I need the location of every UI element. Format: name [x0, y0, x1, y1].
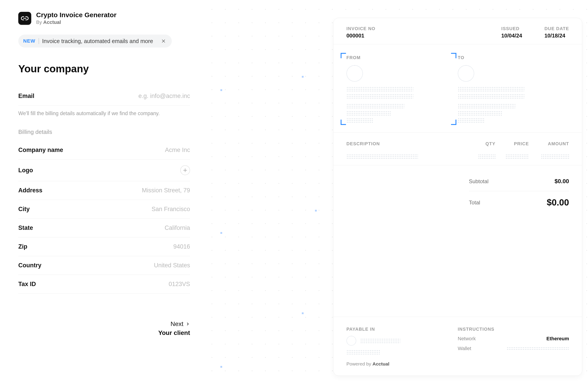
billing-heading: Billing details — [18, 128, 190, 141]
taxid-label: Tax ID — [18, 281, 36, 288]
invoice-preview-card: INVOICE NO 000001 ISSUED 10/04/24 DUE DA… — [333, 18, 582, 376]
next-subtitle: Your client — [18, 329, 190, 337]
to-logo-placeholder — [458, 65, 474, 82]
issued-label: ISSUED — [501, 26, 522, 31]
from-label: FROM — [346, 55, 458, 60]
country-field[interactable] — [87, 262, 190, 269]
add-logo-button[interactable] — [180, 165, 190, 175]
promo-new-badge: NEW — [23, 38, 36, 44]
network-label: Network — [458, 336, 476, 342]
logo-label: Logo — [18, 167, 33, 174]
col-price: PRICE — [495, 141, 529, 146]
app-logo-icon — [18, 12, 31, 25]
due-date-label: DUE DATE — [545, 26, 569, 31]
placeholder-line — [506, 347, 569, 350]
placeholder-line — [458, 104, 516, 108]
total-value: $0.00 — [547, 197, 569, 208]
invoice-no-value: 000001 — [346, 33, 479, 39]
state-field[interactable] — [87, 224, 190, 231]
issued-value: 10/04/24 — [501, 33, 522, 39]
total-label: Total — [469, 199, 480, 206]
next-button[interactable]: Next — [170, 320, 190, 328]
from-logo-placeholder — [346, 65, 363, 82]
placeholder-line — [346, 350, 380, 355]
zip-label: Zip — [18, 243, 27, 250]
email-helper-text: We'll fill the billing details automatic… — [18, 106, 190, 128]
company-name-label: Company name — [18, 147, 63, 153]
focus-bracket-icon — [451, 120, 456, 125]
address-field[interactable] — [87, 187, 190, 194]
city-field[interactable] — [87, 206, 190, 213]
payable-in-label: PAYABLE IN — [346, 327, 458, 332]
chevron-right-icon — [186, 322, 190, 326]
email-field[interactable] — [87, 93, 190, 100]
address-label: Address — [18, 187, 42, 194]
to-label: TO — [458, 55, 569, 60]
placeholder-line — [458, 86, 525, 91]
placeholder-line — [541, 154, 569, 159]
placeholder-line — [458, 94, 525, 99]
placeholder-line — [346, 154, 419, 159]
placeholder-line — [346, 94, 413, 99]
subtotal-value: $0.00 — [555, 178, 569, 185]
token-icon-placeholder — [346, 336, 356, 346]
invoice-no-label: INVOICE NO — [346, 26, 479, 31]
focus-bracket-icon — [341, 120, 346, 125]
placeholder-line — [458, 111, 502, 116]
placeholder-line — [346, 111, 391, 116]
section-heading: Your company — [18, 63, 190, 75]
city-label: City — [18, 206, 30, 213]
col-amount: AMOUNT — [529, 141, 569, 146]
app-byline: By Acctual — [36, 20, 116, 25]
app-title: Crypto Invoice Generator — [36, 11, 116, 19]
instructions-label: INSTRUCTIONS — [458, 327, 569, 332]
placeholder-line — [346, 118, 373, 123]
placeholder-line — [346, 104, 404, 108]
state-label: State — [18, 224, 33, 231]
company-name-field[interactable] — [87, 147, 190, 153]
col-description: DESCRIPTION — [346, 141, 466, 146]
promo-banner[interactable]: NEW Invoice tracking, automated emails a… — [18, 35, 172, 47]
focus-bracket-icon — [341, 53, 346, 58]
app-header: Crypto Invoice Generator By Acctual — [18, 11, 190, 25]
divider — [39, 38, 39, 44]
close-icon[interactable] — [160, 38, 167, 44]
email-label: Email — [18, 93, 34, 100]
placeholder-line — [346, 86, 413, 91]
focus-bracket-icon — [451, 53, 456, 58]
country-label: Country — [18, 262, 42, 269]
placeholder-line — [458, 118, 484, 123]
placeholder-line — [505, 154, 529, 159]
placeholder-line — [360, 338, 400, 343]
next-label: Next — [170, 320, 183, 328]
taxid-field[interactable] — [87, 281, 190, 288]
network-value: Ethereum — [546, 336, 569, 342]
promo-text: Invoice tracking, automated emails and m… — [42, 38, 153, 44]
subtotal-label: Subtotal — [469, 178, 488, 185]
due-date-value: 10/18/24 — [545, 33, 569, 39]
placeholder-line — [478, 154, 495, 159]
col-qty: QTY — [466, 141, 495, 146]
powered-by: Powered by Acctual — [334, 361, 582, 376]
wallet-label: Wallet — [458, 346, 471, 351]
zip-field[interactable] — [87, 243, 190, 250]
